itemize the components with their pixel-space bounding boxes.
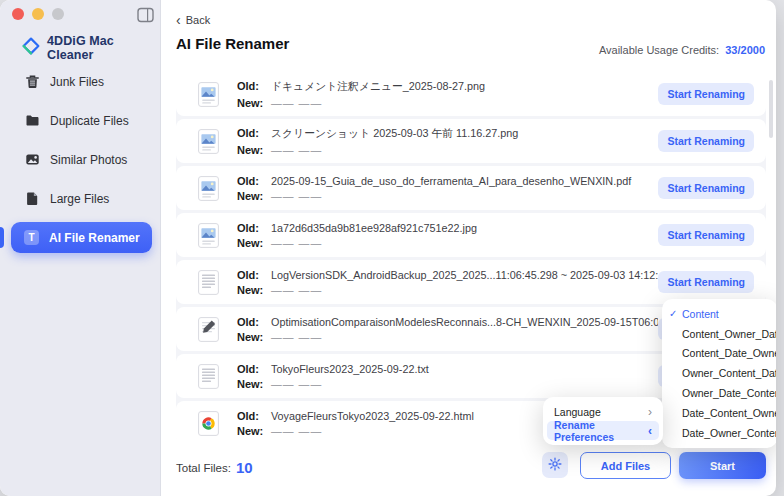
option-content[interactable]: ✓Content [662,304,776,324]
check-icon: ✓ [669,308,682,319]
window-controls [12,8,64,20]
new-filename-placeholder: —— —— [271,284,322,296]
preferences-context-menu: Language›Rename Preferences‹ [543,397,663,445]
add-files-button[interactable]: Add Files [580,452,671,479]
image-file-icon [198,129,220,154]
sidebar-item-large-files[interactable]: Large Files [0,179,161,218]
new-label: New: [237,425,271,437]
sidebar-item-junk-files[interactable]: Junk Files [0,62,161,101]
total-files: Total Files: 10 [176,459,253,476]
usage-credits-value: 33/2000 [725,44,765,56]
new-label: New: [237,378,271,390]
file-row: Old:スクリーンショット 2025-09-03 午前 11.16.27.png… [176,119,766,163]
option-content-date-owner[interactable]: Content_Date_Owner [662,344,776,364]
new-label: New: [237,190,271,202]
image-file-icon [198,223,220,248]
option-owner-date-content[interactable]: Owner_Date_Content [662,383,776,403]
rename-options-menu: ✓ContentContent_Owner_DateContent_Date_O… [662,299,776,448]
sidebar: 4DDiG Mac Cleaner Junk FilesDuplicate Fi… [0,0,161,496]
old-label: Old: [237,222,271,234]
back-button[interactable]: ‹ Back [176,14,210,26]
old-filename: ドキュメント注釈メニュー_2025-08-27.png [271,80,485,94]
photo-icon [25,152,40,167]
start-renaming-button[interactable]: Start Renaming [658,224,754,246]
file-row: Old:LogVersionSDK_AndroidBackup_2025_202… [176,260,766,304]
old-label: Old: [237,127,271,139]
selected-item-accent-bar [0,227,4,248]
back-label: Back [186,14,210,26]
gear-icon [548,457,562,474]
old-label: Old: [237,80,271,92]
start-renaming-button[interactable]: Start Renaming [658,177,754,199]
file-row: Old:2025-09-15_Guia_de_uso_do_ferramenta… [176,166,766,210]
new-label: New: [237,284,271,296]
new-filename-placeholder: —— —— [271,425,322,437]
folder-icon [25,113,40,128]
new-label: New: [237,237,271,249]
old-filename: 1a72d6d35da9b81ee928af921c751e22.jpg [271,222,477,234]
sidebar-item-duplicate-files[interactable]: Duplicate Files [0,101,161,140]
total-files-label: Total Files: [176,462,231,474]
trash-icon [25,74,40,89]
start-renaming-button[interactable]: Start Renaming [658,271,754,293]
app-title: 4DDiG Mac Cleaner [47,34,160,62]
option-date-content-owner[interactable]: Date_Content_Owner [662,403,776,423]
app-logo-icon [22,37,40,59]
image-file-icon [198,82,220,107]
rename-t-icon: T [24,230,39,245]
total-files-value: 10 [236,459,253,476]
old-filename: TokyoFleurs2023_2025-09-22.txt [271,363,429,375]
minimize-window-button[interactable] [32,8,44,20]
option-content-owner-date[interactable]: Content_Owner_Date [662,324,776,344]
app-brand: 4DDiG Mac Cleaner [22,34,160,62]
old-label: Old: [237,316,271,328]
usage-credits: Available Usage Credits: 33/2000 [599,44,765,56]
file-row: Old:ドキュメント注釈メニュー_2025-08-27.pngNew:—— ——… [176,72,766,116]
old-label: Old: [237,175,271,187]
new-filename-placeholder: —— —— [271,144,322,156]
text-file-icon [198,364,220,389]
sidebar-item-similar-photos[interactable]: Similar Photos [0,140,161,179]
old-filename: LogVersionSDK_AndroidBackup_2025_2025...… [271,269,658,281]
chevron-icon: ‹ [648,424,652,438]
file-row: Old:1a72d6d35da9b81ee928af921c751e22.jpg… [176,213,766,257]
page-title: AI File Renamer [176,35,289,52]
new-filename-placeholder: —— —— [271,190,322,202]
old-label: Old: [237,410,271,422]
old-filename: OptimisationComparaisonModelesReconnais.… [271,316,658,328]
start-button[interactable]: Start [679,452,766,479]
image-file-icon [198,176,220,201]
option-date-owner-content[interactable]: Date_Owner_Content [662,423,776,443]
scrollbar[interactable] [769,80,773,138]
sidebar-item-label: Duplicate Files [50,114,129,128]
sidebar-toggle-icon[interactable] [137,7,154,23]
text-file-icon [198,270,220,295]
new-filename-placeholder: —— —— [271,237,322,249]
zoom-window-button[interactable] [52,8,64,20]
new-label: New: [237,97,271,109]
usage-credits-label: Available Usage Credits: [599,44,719,56]
new-label: New: [237,331,271,343]
new-label: New: [237,144,271,156]
close-window-button[interactable] [12,8,24,20]
menu-item-rename-preferences[interactable]: Rename Preferences‹ [547,421,659,440]
old-filename: スクリーンショット 2025-09-03 午前 11.16.27.png [271,127,518,141]
old-filename: VoyageFleursTokyo2023_2025-09-22.html [271,410,474,422]
settings-button[interactable] [542,452,568,478]
sidebar-item-ai-file-renamer[interactable]: TAI File Renamer [11,222,152,253]
old-label: Old: [237,363,271,375]
old-filename: 2025-09-15_Guia_de_uso_do_ferramenta_AI_… [271,175,631,187]
document-icon [25,191,40,206]
chevron-icon: › [648,405,652,419]
sidebar-item-label: Junk Files [50,75,104,89]
html-file-icon [198,411,220,436]
new-filename-placeholder: —— —— [271,331,322,343]
old-label: Old: [237,269,271,281]
start-renaming-button[interactable]: Start Renaming [658,130,754,152]
sidebar-item-label: Large Files [50,192,109,206]
sidebar-item-label: AI File Renamer [49,231,140,245]
option-owner-content-date[interactable]: Owner_Content_Date [662,363,776,383]
new-filename-placeholder: —— —— [271,378,322,390]
start-renaming-button[interactable]: Start Renaming [658,83,754,105]
new-filename-placeholder: —— —— [271,97,322,109]
